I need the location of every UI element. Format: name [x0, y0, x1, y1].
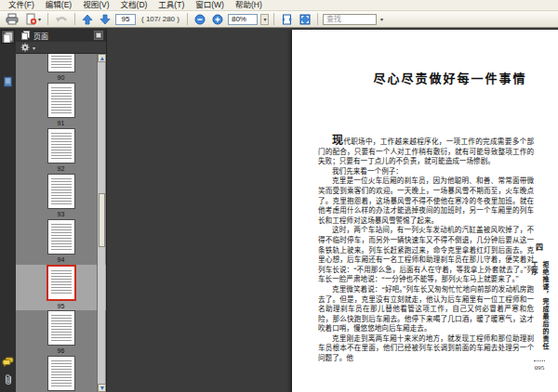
thumbnail-page-92[interactable]: 92	[16, 128, 106, 174]
paragraph: 这时，两个车站间，有一列火车发动机的汽缸盖被风吹掉了，不得不临时停车，而另外一辆…	[318, 226, 534, 285]
page-number-input[interactable]	[115, 14, 136, 25]
page-margin-block: 四 拒绝推诿，完成最后的责任工序 095	[532, 242, 547, 372]
thumbnail-image	[47, 219, 75, 255]
paragraph: 克里微笑着说：“好吧。”列车长又匆匆忙忙地向前部的发动机房跑去了。但是，克里没有…	[318, 285, 534, 334]
toolbar-separator	[187, 13, 188, 25]
zoom-out-button[interactable]	[193, 12, 207, 26]
thumbnail-label: 91	[58, 119, 65, 127]
zoom-dropdown-button[interactable]: ▾	[260, 14, 269, 25]
toolbar-separator	[74, 13, 75, 25]
panel-menu-icon	[96, 33, 101, 38]
export-button[interactable]: ▾	[23, 12, 43, 26]
thumbnails-panel: 页面 ▾ 90 91	[16, 29, 107, 392]
thumbnail-image	[46, 265, 76, 301]
menu-bar: 文件(F) 编辑(E) 视图(V) 文档(D) 工具(T) 窗口(W) 帮助(H…	[0, 0, 558, 11]
scrollbar-down-button[interactable]	[98, 384, 106, 392]
comments-icon	[2, 357, 14, 367]
menu-file[interactable]: 文件(F)	[4, 0, 39, 10]
fit-page-button[interactable]	[298, 12, 312, 26]
thumbnail-page-94[interactable]: 94	[16, 219, 106, 265]
attachments-icon	[4, 373, 13, 385]
thumbnail-image	[47, 128, 75, 163]
fit-page-icon	[299, 14, 311, 25]
zoom-dropdown-icon: ▾	[263, 16, 266, 22]
thumbnail-scrollbar[interactable]	[97, 54, 105, 392]
thumbnail-page-90[interactable]: 90	[16, 54, 106, 83]
paragraph-text: 代职场中，工作越来越程序化，一项工作的完成需要多个部门的配合，只要有一个人对工作…	[318, 137, 534, 165]
fit-width-button[interactable]	[279, 12, 295, 26]
menu-view[interactable]: 视图(V)	[78, 0, 113, 10]
toolbar-separator	[273, 13, 274, 25]
thumbnail-image	[47, 310, 75, 346]
search-input[interactable]	[323, 14, 377, 25]
zoom-out-icon	[194, 14, 206, 25]
thumbnail-image	[47, 83, 75, 118]
fit-width-icon	[281, 14, 293, 25]
page-count-label: ( 107/ 280 )	[141, 15, 179, 23]
thumbnail-page-next-partial[interactable]	[16, 356, 106, 392]
nav-comments-button[interactable]	[1, 355, 15, 369]
nav-strip	[0, 29, 16, 392]
thumbnail-image	[47, 356, 75, 391]
print-icon	[6, 13, 19, 25]
panel-title: 页面	[33, 31, 94, 41]
search-dropdown-icon[interactable]: ▾	[380, 16, 383, 22]
thumbnail-label: 90	[58, 73, 65, 82]
nav-attachments-button[interactable]	[1, 372, 15, 386]
scroll-down-icon	[100, 386, 104, 390]
zoom-level-value[interactable]: 80%	[228, 14, 258, 25]
paragraph: 我们先来看一个例子：	[318, 167, 534, 177]
previous-page-button[interactable]	[80, 12, 95, 26]
previous-view-button[interactable]	[53, 12, 70, 26]
toolbar: ▾ ( 107/ 280 ) 80% ▾	[0, 11, 558, 28]
chapter-title-vertical: 拒绝推诿，完成最后的责任工序	[528, 261, 551, 356]
paragraph: 克里刚走到离两车厢十来米的地方，就发现工程师和那位助理刹车员根本不在里面，他们已…	[318, 334, 534, 364]
drop-cap: 现	[332, 134, 343, 147]
nav-page-thumbnails-button[interactable]	[1, 30, 15, 44]
page-up-icon	[82, 14, 93, 25]
page-thumbnails-icon	[3, 32, 13, 43]
page-down-icon	[100, 14, 111, 25]
zoom-in-button[interactable]	[210, 12, 225, 26]
options-dropdown-icon[interactable]: ▾	[33, 45, 35, 51]
thumbnail-page-91[interactable]: 91	[16, 83, 106, 128]
nav-bookmarks-button[interactable]	[1, 74, 15, 88]
thumbnails-panel-header: 页面	[16, 29, 106, 42]
chapter-number: 四	[536, 242, 543, 252]
document-area[interactable]: 尽心尽责做好每一件事情 现代职场中，工作越来越程序化，一项工作的完成需要多个部门…	[107, 29, 558, 392]
previous-view-icon	[55, 14, 68, 25]
paragraph: 克里是一位火车后厢的刹车员，因为他聪明、和善、常常面带微笑而受到乘客们的欢迎。一…	[318, 176, 534, 226]
thumbnail-label: 96	[58, 346, 65, 355]
menu-document[interactable]: 文档(D)	[116, 0, 153, 10]
menu-tools[interactable]: 工具(T)	[153, 0, 189, 10]
thumbnail-label: 92	[58, 164, 65, 173]
menu-window[interactable]: 窗口(W)	[191, 0, 229, 10]
thumbnail-image	[47, 54, 75, 72]
panel-menu-button[interactable]	[94, 31, 103, 40]
zoom-in-icon	[212, 14, 223, 25]
thumbnail-image	[47, 174, 75, 209]
thumbnail-page-95-selected[interactable]: 95	[16, 265, 106, 310]
menu-edit[interactable]: 编辑(E)	[41, 0, 76, 10]
paragraph: 现代职场中，工作越来越程序化，一项工作的完成需要多个部门的配合，只要有一个人对工…	[318, 135, 534, 167]
main-content: 页面 ▾ 90 91	[0, 29, 558, 392]
thumbnail-page-96[interactable]: 96	[16, 310, 106, 356]
printed-page-number: 095	[535, 364, 545, 372]
page-title: 尽心尽责做好每一件事情	[348, 69, 552, 86]
page-body-text: 现代职场中，工作越来越程序化，一项工作的完成需要多个部门的配合，只要有一个人对工…	[318, 135, 534, 364]
toolbar-separator	[47, 13, 48, 25]
menu-help[interactable]: 帮助(H)	[231, 0, 267, 10]
scrollbar-thumb[interactable]	[99, 193, 105, 247]
thumbnail-label: 95	[58, 302, 65, 310]
pdf-page: 尽心尽责做好每一件事情 现代职场中，工作越来越程序化，一项工作的完成需要多个部门…	[292, 30, 558, 392]
export-dropdown-icon: ▾	[38, 16, 41, 22]
next-page-button[interactable]	[98, 12, 113, 26]
thumbnail-list: 90 91 92 93 94 95	[16, 54, 106, 392]
options-gear-icon[interactable]	[20, 43, 30, 52]
scroll-up-icon	[100, 57, 104, 60]
print-button[interactable]	[4, 12, 20, 26]
thumbnail-label: 93	[58, 210, 65, 218]
bookmarks-icon	[3, 76, 13, 87]
scrollbar-up-button[interactable]	[98, 54, 106, 62]
thumbnail-page-93[interactable]: 93	[16, 174, 106, 219]
